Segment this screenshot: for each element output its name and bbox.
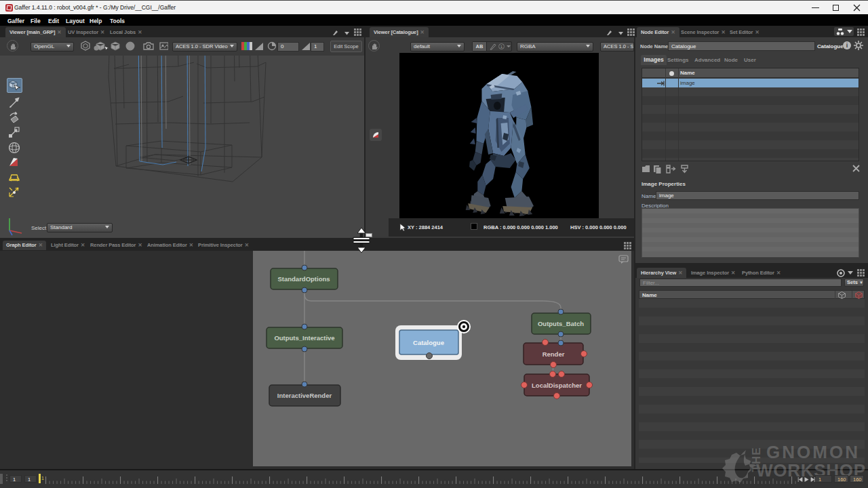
svg-text:StandardOptions: StandardOptions: [277, 275, 330, 283]
svg-text:Outputs_Interactive: Outputs_Interactive: [274, 334, 334, 342]
svg-text:InteractiveRender: InteractiveRender: [277, 392, 332, 399]
svg-text:Render: Render: [542, 350, 565, 358]
svg-text:Outputs_Batch: Outputs_Batch: [538, 320, 584, 327]
svg-text:Catalogue: Catalogue: [413, 339, 444, 346]
svg-text:LocalDispatcher: LocalDispatcher: [532, 382, 582, 389]
